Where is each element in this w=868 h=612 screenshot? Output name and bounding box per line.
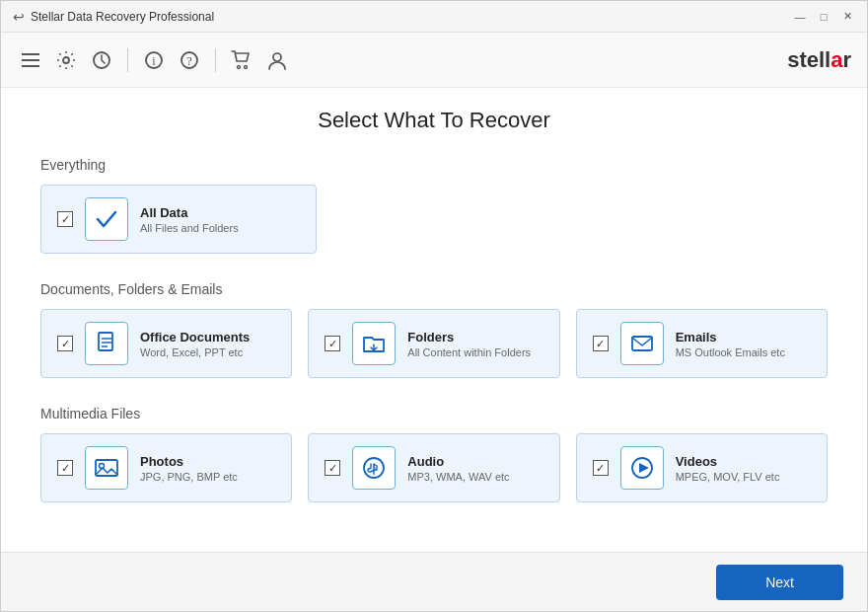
checkbox-folders[interactable] <box>325 336 340 351</box>
card-photos[interactable]: Photos JPG, PNG, BMP etc <box>40 433 292 502</box>
office-docs-icon-box <box>85 322 128 365</box>
all-data-subtitle: All Files and Folders <box>140 222 239 234</box>
title-bar-controls: — □ ✕ <box>792 9 855 25</box>
photos-text: Photos JPG, PNG, BMP etc <box>140 454 238 483</box>
section-label-documents: Documents, Folders & Emails <box>40 281 828 297</box>
multimedia-cards-row: Photos JPG, PNG, BMP etc ♪ Audio MP3, WM… <box>40 433 828 502</box>
all-data-icon-box <box>85 197 128 241</box>
videos-text: Videos MPEG, MOV, FLV etc <box>676 454 780 483</box>
office-docs-text: Office Documents Word, Excel, PPT etc <box>140 330 250 358</box>
section-documents: Documents, Folders & Emails Office Docum… <box>40 281 828 378</box>
folders-subtitle: All Content within Folders <box>407 346 531 358</box>
photos-subtitle: JPG, PNG, BMP etc <box>140 471 238 483</box>
folder-icon <box>361 331 387 356</box>
checkmark-icon <box>94 206 119 232</box>
photos-title: Photos <box>140 454 238 469</box>
checkbox-photos[interactable] <box>57 460 73 476</box>
stellar-logo: stellar <box>787 47 851 73</box>
user-icon[interactable] <box>263 46 291 74</box>
help-icon[interactable]: ? <box>176 46 203 74</box>
svg-rect-18 <box>96 460 117 476</box>
close-button[interactable]: ✕ <box>839 9 855 25</box>
section-multimedia: Multimedia Files Photos JPG, PNG, BMP et… <box>40 406 828 502</box>
minimize-button[interactable]: — <box>792 9 808 25</box>
svg-text:♪: ♪ <box>372 462 378 474</box>
folders-text: Folders All Content within Folders <box>407 330 531 358</box>
card-audio[interactable]: ♪ Audio MP3, WMA, WAV etc <box>308 433 559 502</box>
svg-point-3 <box>63 57 69 63</box>
card-all-data[interactable]: All Data All Files and Folders <box>40 185 317 254</box>
audio-title: Audio <box>407 454 509 469</box>
folders-title: Folders <box>407 330 531 344</box>
checkbox-office-docs[interactable] <box>57 336 73 351</box>
videos-title: Videos <box>676 454 780 469</box>
svg-point-9 <box>238 65 241 68</box>
card-videos[interactable]: Videos MPEG, MOV, FLV etc <box>576 433 828 502</box>
emails-subtitle: MS Outlook Emails etc <box>676 346 785 358</box>
checkbox-audio[interactable] <box>325 460 340 476</box>
checkbox-emails[interactable] <box>593 336 609 351</box>
title-bar-title: Stellar Data Recovery Professional <box>31 10 214 24</box>
svg-marker-23 <box>639 463 649 473</box>
undo-icon: ↩ <box>13 9 25 25</box>
toolbar: i ? stellar <box>1 33 867 88</box>
videos-icon-box <box>620 446 664 490</box>
videos-subtitle: MPEG, MOV, FLV etc <box>676 471 780 483</box>
photos-icon-box <box>85 446 128 490</box>
svg-rect-17 <box>632 337 652 350</box>
section-everything: Everything All Data All Files and Folder… <box>40 157 828 254</box>
page-title: Select What To Recover <box>40 108 828 133</box>
info-icon[interactable]: i <box>140 46 168 74</box>
cart-icon[interactable] <box>228 46 255 74</box>
audio-text: Audio MP3, WMA, WAV etc <box>407 454 509 483</box>
toolbar-divider-1 <box>127 48 128 72</box>
checkbox-videos[interactable] <box>593 460 609 476</box>
settings-icon[interactable] <box>52 46 80 74</box>
video-icon <box>629 455 655 481</box>
svg-rect-1 <box>22 59 39 61</box>
svg-rect-12 <box>99 333 112 350</box>
audio-subtitle: MP3, WMA, WAV etc <box>407 471 509 483</box>
email-icon <box>629 331 655 356</box>
card-office-docs[interactable]: Office Documents Word, Excel, PPT etc <box>40 309 292 378</box>
next-button[interactable]: Next <box>716 565 843 600</box>
everything-cards-row: All Data All Files and Folders <box>40 185 828 254</box>
office-docs-subtitle: Word, Excel, PPT etc <box>140 346 250 358</box>
emails-title: Emails <box>676 330 785 344</box>
svg-text:?: ? <box>186 53 192 68</box>
svg-point-11 <box>273 53 281 61</box>
checkbox-all-data[interactable] <box>57 211 73 227</box>
title-bar-left: ↩ Stellar Data Recovery Professional <box>13 9 214 25</box>
emails-text: Emails MS Outlook Emails etc <box>676 330 785 358</box>
all-data-title: All Data <box>140 205 239 220</box>
section-label-multimedia: Multimedia Files <box>40 406 828 421</box>
documents-cards-row: Office Documents Word, Excel, PPT etc Fo… <box>40 309 828 378</box>
toolbar-left: i ? <box>17 46 291 74</box>
hamburger-menu-icon[interactable] <box>17 46 44 74</box>
photo-icon <box>94 455 119 481</box>
audio-icon-box: ♪ <box>352 446 396 490</box>
office-docs-title: Office Documents <box>140 330 250 344</box>
svg-rect-2 <box>22 65 39 67</box>
main-content: Select What To Recover Everything All Da… <box>1 88 867 552</box>
audio-icon: ♪ <box>361 455 387 481</box>
history-icon[interactable] <box>88 46 115 74</box>
folders-icon-box <box>352 322 396 365</box>
toolbar-divider-2 <box>215 48 216 72</box>
document-icon <box>94 331 119 356</box>
svg-text:i: i <box>152 54 156 68</box>
all-data-text: All Data All Files and Folders <box>140 205 239 234</box>
svg-rect-0 <box>22 53 39 55</box>
maximize-button[interactable]: □ <box>816 9 832 25</box>
emails-icon-box <box>620 322 664 365</box>
card-folders[interactable]: Folders All Content within Folders <box>308 309 559 378</box>
footer: Next <box>1 552 867 611</box>
title-bar: ↩ Stellar Data Recovery Professional — □… <box>1 1 867 33</box>
section-label-everything: Everything <box>40 157 828 173</box>
card-emails[interactable]: Emails MS Outlook Emails etc <box>576 309 828 378</box>
svg-point-10 <box>245 65 248 68</box>
